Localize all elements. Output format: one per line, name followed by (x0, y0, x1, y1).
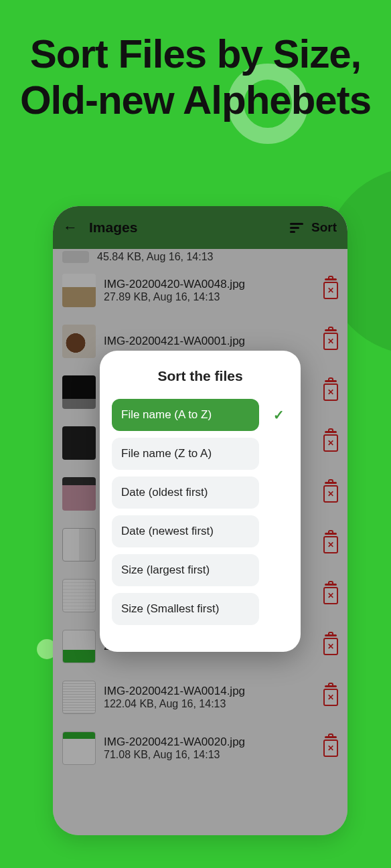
dialog-title: Sort the files (112, 368, 289, 384)
sort-option-date-newest[interactable]: Date (newest first) (112, 515, 259, 547)
sort-option-size-largest[interactable]: Size (largest first) (112, 554, 259, 586)
sort-option-date-oldest[interactable]: Date (oldest first) (112, 476, 259, 509)
sort-option-name-desc[interactable]: File name (Z to A) (112, 438, 259, 470)
sort-option-name-asc[interactable]: File name (A to Z) (112, 399, 259, 431)
promo-headline: Sort Files by Size, Old-new Alphebets (0, 0, 391, 123)
sort-option-size-smallest[interactable]: Size (Smallest first) (112, 593, 259, 625)
phone-frame: ← Images Sort 45.84 KB, Aug 16, 14:13 IM… (53, 206, 347, 835)
sort-dialog: Sort the files File name (A to Z) ✓ File… (100, 351, 301, 652)
checkmark-icon: ✓ (273, 407, 285, 423)
